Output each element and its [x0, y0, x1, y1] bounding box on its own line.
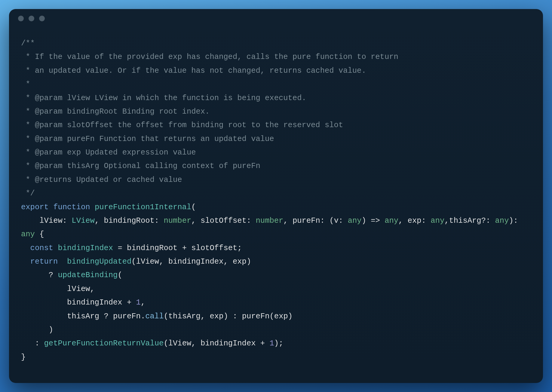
param-v: v	[334, 216, 339, 225]
keyword-const: const	[30, 244, 54, 253]
colon: :	[63, 216, 67, 225]
param-thisarg-opt: thisArg?	[449, 216, 486, 225]
code-area: /** * If the value of the provided exp h…	[9, 28, 543, 383]
ternary-q: ?	[104, 312, 108, 321]
indent	[21, 285, 67, 293]
plus: +	[260, 339, 265, 348]
call-getpurefunctionreturnvalue: getPureFunctionReturnValue	[44, 339, 164, 348]
comma: ,	[95, 216, 99, 225]
prop-call: call	[145, 312, 164, 321]
comma: ,	[283, 216, 288, 225]
param-exp: exp	[408, 216, 422, 225]
comment-line: * @param lView LView in which the functi…	[21, 94, 306, 103]
ternary-q: ?	[49, 271, 53, 280]
indent	[21, 271, 49, 280]
colon: :	[247, 216, 251, 225]
paren-close: )	[247, 257, 251, 266]
paren-open: (	[329, 216, 334, 225]
comma: ,	[398, 216, 403, 225]
type-number: number	[256, 216, 284, 225]
plus: +	[127, 298, 131, 307]
code-window: /** * If the value of the provided exp h…	[9, 9, 543, 383]
dot: .	[141, 312, 145, 321]
arg-thisarg: thisArg	[168, 312, 201, 321]
paren-close: )	[274, 339, 279, 348]
call-updatebinding: updateBinding	[58, 271, 118, 280]
ref-thisarg: thisArg	[67, 312, 99, 321]
comment-line: * @param slotOffset the offset from bind…	[21, 121, 343, 130]
traffic-light-minimize-icon[interactable]	[29, 16, 34, 21]
arg-exp: exp	[233, 257, 247, 266]
number-one: 1	[136, 298, 141, 307]
type-number: number	[164, 216, 191, 225]
arg-bindingindex: bindingIndex	[67, 298, 122, 307]
arg-exp: exp	[274, 312, 288, 321]
comma: ,	[223, 257, 228, 266]
indent	[21, 339, 35, 348]
equals: =	[118, 244, 122, 253]
arg-exp: exp	[210, 312, 224, 321]
type-any: any	[431, 216, 444, 225]
colon: :	[486, 216, 490, 225]
paren-open: (	[270, 312, 274, 321]
traffic-light-zoom-icon[interactable]	[39, 16, 45, 21]
semicolon: ;	[237, 244, 242, 253]
param-purefn: pureFn	[293, 216, 320, 225]
var-bindingindex: bindingIndex	[58, 244, 113, 253]
type-any: any	[495, 216, 509, 225]
indent	[21, 326, 49, 334]
paren-open: (	[131, 257, 136, 266]
paren-close: )	[362, 216, 366, 225]
comma: ,	[191, 216, 196, 225]
ternary-colon: :	[233, 312, 237, 321]
paren-open: (	[191, 203, 196, 212]
paren-close: )	[288, 312, 293, 321]
indent	[21, 298, 67, 307]
type-lview: LView	[72, 216, 95, 225]
plus: +	[182, 244, 187, 253]
paren-open: (	[164, 312, 168, 321]
comment-line: * If the value of the provided exp has c…	[21, 53, 398, 61]
comma: ,	[141, 298, 145, 307]
colon: :	[320, 216, 325, 225]
traffic-light-close-icon[interactable]	[18, 16, 24, 21]
param-bindingroot: bindingRoot	[104, 216, 155, 225]
paren-close: )	[49, 326, 53, 334]
comment-line: *	[21, 80, 30, 89]
keyword-export: export	[21, 203, 49, 212]
colon: :	[514, 216, 518, 225]
comma: ,	[159, 257, 164, 266]
keyword-function: function	[53, 203, 90, 212]
number-one: 1	[269, 339, 274, 348]
comma: ,	[201, 312, 205, 321]
comment-line: * @param pureFn Function that returns an…	[21, 135, 274, 143]
comment-line: * @returns Updated or cached value	[21, 176, 182, 184]
comma: ,	[191, 339, 196, 348]
indent	[21, 312, 67, 321]
brace-close: }	[21, 353, 26, 362]
type-any: any	[348, 216, 362, 225]
comment-line: * @param bindingRoot Binding root index.	[21, 107, 210, 116]
arg-lview: lView	[67, 285, 90, 293]
code-block: /** * If the value of the provided exp h…	[21, 37, 531, 364]
comment-line: * @param exp Updated expression value	[21, 148, 196, 157]
ternary-colon: :	[35, 339, 39, 348]
comment-line: * an updated value. Or if the value has …	[21, 66, 366, 75]
type-any: any	[385, 216, 398, 225]
brace-open: {	[39, 230, 44, 239]
paren-close: )	[223, 312, 228, 321]
arg-bindingindex: bindingIndex	[168, 257, 224, 266]
colon: :	[422, 216, 426, 225]
ref-purefn: pureFn	[113, 312, 141, 321]
ref-purefn: pureFn	[242, 312, 270, 321]
param-lview: lView	[39, 216, 63, 225]
arrow: =>	[371, 216, 380, 225]
call-bindingupdated: bindingUpdated	[67, 257, 131, 266]
stage: /** * If the value of the provided exp h…	[0, 0, 552, 392]
comma: ,	[444, 216, 449, 225]
comma: ,	[90, 285, 95, 293]
indent	[21, 216, 39, 225]
comment-line: */	[21, 189, 35, 198]
comment-line: * @param thisArg Optional calling contex…	[21, 162, 260, 170]
keyword-return: return	[30, 257, 58, 266]
